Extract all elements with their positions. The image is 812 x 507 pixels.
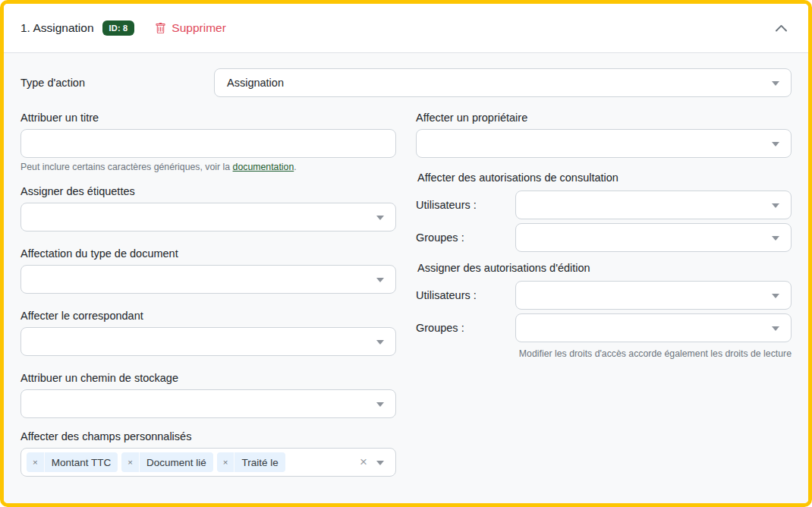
action-type-row: Type d'action Assignation — [20, 68, 792, 97]
caret-down-icon — [376, 461, 384, 465]
form-columns: Attribuer un titre Peut inclure certains… — [20, 112, 792, 493]
permissions-note: Modifier les droits d'accès accorde égal… — [416, 348, 792, 359]
delete-action-button[interactable]: Supprimer — [155, 21, 226, 35]
chip-remove-icon[interactable]: × — [121, 452, 140, 472]
view-users-select[interactable] — [515, 191, 792, 219]
storage-path-select[interactable] — [20, 389, 396, 418]
edit-permissions-block: Utilisateurs : Groupes : Modifier les dr… — [416, 281, 792, 359]
trash-icon — [155, 23, 166, 34]
edit-users-row: Utilisateurs : — [416, 281, 792, 310]
action-type-label: Type d'action — [20, 77, 214, 89]
caret-down-icon — [376, 216, 384, 220]
caret-down-icon — [376, 278, 384, 282]
caret-down-icon — [772, 294, 779, 298]
caret-down-icon — [376, 402, 384, 407]
collapse-button[interactable] — [773, 20, 790, 37]
edit-groups-select[interactable] — [515, 313, 792, 342]
correspondent-group: Affecter le correspondant — [20, 310, 396, 356]
assign-tags-label: Assigner des étiquettes — [20, 185, 396, 197]
correspondent-label: Affecter le correspondant — [20, 310, 396, 322]
title-hint-text: Peut inclure certains caractères génériq… — [20, 162, 233, 172]
left-column: Attribuer un titre Peut inclure certains… — [20, 112, 396, 493]
edit-users-label: Utilisateurs : — [416, 289, 515, 301]
chip-label: Traité le — [234, 452, 285, 472]
storage-path-label: Attribuer un chemin de stockage — [20, 372, 396, 384]
caret-down-icon — [772, 81, 779, 86]
custom-fields-group: Affecter des champs personnalisés × Mont… — [20, 430, 396, 477]
view-groups-label: Groupes : — [416, 231, 515, 244]
documentation-link[interactable]: documentation — [233, 162, 294, 172]
custom-fields-multiselect[interactable]: × Montant TTC × Document lié × Traité le — [20, 448, 396, 477]
owner-label: Affecter un propriétaire — [416, 112, 792, 124]
tags-select[interactable] — [20, 203, 396, 231]
chip-label: Montant TTC — [45, 452, 118, 472]
assign-title-group: Attribuer un titre Peut inclure certains… — [20, 112, 396, 172]
assign-title-label: Attribuer un titre — [20, 112, 396, 124]
view-permissions-label: Affecter des autorisations de consultati… — [417, 172, 792, 184]
chip-montant-ttc: × Montant TTC — [27, 452, 118, 472]
caret-down-icon — [772, 142, 779, 146]
action-type-select[interactable]: Assignation — [214, 68, 792, 97]
storage-path-group: Attribuer un chemin de stockage — [20, 372, 396, 418]
assign-tags-group: Assigner des étiquettes — [20, 185, 396, 231]
view-users-label: Utilisateurs : — [416, 199, 515, 211]
edit-groups-label: Groupes : — [416, 322, 515, 334]
document-type-group: Affectation du type de document — [20, 247, 396, 294]
document-type-select[interactable] — [20, 265, 396, 294]
edit-permissions-label: Assigner des autorisations d'édition — [417, 262, 792, 274]
custom-fields-label: Affecter des champs personnalisés — [20, 430, 396, 442]
caret-down-icon — [772, 203, 779, 208]
edit-groups-row: Groupes : — [416, 313, 792, 342]
action-card: 1. Assignation ID: 8 Supprimer — [0, 0, 812, 507]
chip-document-lie: × Document lié — [121, 452, 213, 472]
clear-all-icon[interactable]: × — [360, 455, 367, 468]
workflow-action-panel: 1. Assignation ID: 8 Supprimer — [0, 0, 812, 507]
owner-group: Affecter un propriétaire — [416, 112, 792, 158]
document-type-label: Affectation du type de document — [20, 247, 396, 260]
view-users-row: Utilisateurs : — [416, 191, 792, 219]
chip-remove-icon[interactable]: × — [217, 452, 235, 472]
view-groups-row: Groupes : — [416, 223, 792, 252]
id-badge: ID: 8 — [102, 20, 135, 36]
view-groups-select[interactable] — [515, 223, 792, 252]
chip-label: Document lié — [140, 452, 213, 472]
chevron-up-icon — [774, 21, 788, 36]
owner-select[interactable] — [416, 129, 792, 158]
edit-users-select[interactable] — [515, 281, 792, 310]
right-column: Affecter un propriétaire Affecter des au… — [416, 112, 792, 493]
action-title: 1. Assignation — [20, 21, 94, 35]
chip-traite-le: × Traité le — [217, 452, 285, 472]
correspondent-select[interactable] — [20, 327, 396, 356]
chip-remove-icon[interactable]: × — [27, 452, 45, 472]
view-permissions-block: Utilisateurs : Groupes : — [416, 191, 792, 252]
action-type-value: Assignation — [227, 77, 284, 89]
action-card-header: 1. Assignation ID: 8 Supprimer — [4, 4, 808, 52]
title-hint-suffix: . — [294, 162, 296, 172]
title-input[interactable] — [20, 129, 396, 158]
caret-down-icon — [376, 340, 384, 345]
title-hint: Peut inclure certains caractères génériq… — [20, 162, 396, 172]
caret-down-icon — [772, 236, 779, 241]
caret-down-icon — [772, 326, 779, 331]
action-card-body: Type d'action Assignation Attribuer un t… — [4, 52, 808, 503]
delete-button-label: Supprimer — [172, 21, 226, 35]
